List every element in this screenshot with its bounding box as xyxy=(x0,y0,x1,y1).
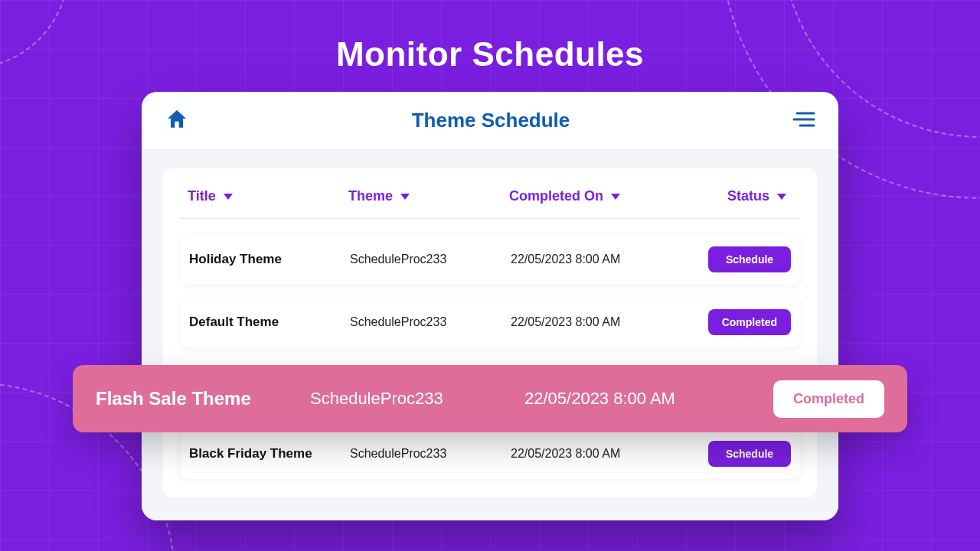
stage: Monitor Schedules Theme Schedule xyxy=(0,0,980,551)
column-headers: Title Theme Completed On Status xyxy=(180,182,800,219)
highlight-theme: ScheduleProc233 xyxy=(310,389,524,409)
row-completed: 22/05/2023 8:00 AM xyxy=(511,315,694,329)
col-status-label: Status xyxy=(727,188,769,204)
status-button[interactable]: Schedule xyxy=(708,441,791,467)
col-title-label: Title xyxy=(188,188,216,204)
status-button[interactable]: Schedule xyxy=(708,246,791,272)
table-row[interactable]: Default Theme ScheduleProc233 22/05/2023… xyxy=(180,297,800,347)
col-completed-label: Completed On xyxy=(509,188,603,204)
row-theme: ScheduleProc233 xyxy=(350,253,511,266)
highlighted-row[interactable]: Flash Sale Theme ScheduleProc233 22/05/2… xyxy=(73,365,907,432)
col-theme-label: Theme xyxy=(348,188,393,204)
col-completed[interactable]: Completed On xyxy=(509,188,693,204)
table-row[interactable]: Black Friday Theme ScheduleProc233 22/05… xyxy=(180,429,800,479)
row-title: Default Theme xyxy=(189,315,350,330)
status-button[interactable]: Completed xyxy=(708,309,791,335)
menu-icon xyxy=(792,111,815,131)
caret-down-icon xyxy=(611,194,620,200)
highlight-status-button[interactable]: Completed xyxy=(773,380,884,418)
col-theme[interactable]: Theme xyxy=(348,188,509,204)
row-title: Black Friday Theme xyxy=(189,446,350,461)
table-panel: Title Theme Completed On Status xyxy=(163,168,817,497)
caret-down-icon xyxy=(224,194,233,200)
card-title: Theme Schedule xyxy=(189,109,792,132)
row-status-wrap: Schedule xyxy=(694,246,791,272)
caret-down-icon xyxy=(400,194,410,200)
row-status-wrap: Schedule xyxy=(694,441,791,467)
table-rows: Holiday Theme ScheduleProc233 22/05/2023… xyxy=(180,234,800,479)
menu-button[interactable] xyxy=(792,111,815,131)
col-status[interactable]: Status xyxy=(693,188,792,204)
card-body: Title Theme Completed On Status xyxy=(142,150,838,520)
col-title[interactable]: Title xyxy=(188,188,348,204)
row-title: Holiday Theme xyxy=(189,252,350,267)
row-theme: ScheduleProc233 xyxy=(350,447,511,461)
home-icon xyxy=(165,107,189,135)
card-header: Theme Schedule xyxy=(142,92,838,150)
row-completed: 22/05/2023 8:00 AM xyxy=(511,253,694,266)
highlight-completed: 22/05/2023 8:00 AM xyxy=(524,389,769,409)
home-button[interactable] xyxy=(165,107,189,135)
page-headline: Monitor Schedules xyxy=(0,35,980,73)
caret-down-icon xyxy=(777,194,786,200)
highlight-title: Flash Sale Theme xyxy=(96,388,310,409)
row-theme: ScheduleProc233 xyxy=(350,315,511,329)
schedule-card: Theme Schedule Title xyxy=(142,92,838,520)
row-completed: 22/05/2023 8:00 AM xyxy=(511,447,694,461)
table-row[interactable]: Holiday Theme ScheduleProc233 22/05/2023… xyxy=(180,234,800,285)
row-status-wrap: Completed xyxy=(694,309,791,335)
